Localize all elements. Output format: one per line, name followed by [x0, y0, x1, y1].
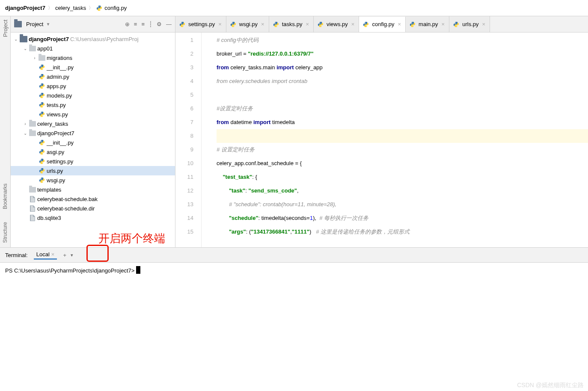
expand-icon[interactable]: ≡ — [134, 21, 137, 27]
terminal-panel: Terminal: Local × + ▾ PS C:\Users\asus\P… — [0, 247, 588, 391]
tree-item[interactable]: settings.py — [11, 157, 175, 166]
tree-item[interactable]: ›migrations — [11, 53, 175, 62]
collapse-icon[interactable]: ≡ — [141, 21, 145, 27]
code-line[interactable]: # config中的代码 — [217, 33, 588, 47]
tree-item[interactable]: tests.py — [11, 100, 175, 110]
tree-item[interactable]: __init__.py — [11, 138, 175, 147]
code-line[interactable]: celery_app.conf.beat_schedule = { — [217, 157, 588, 170]
tree-item[interactable]: templates — [11, 185, 175, 194]
editor-tab[interactable]: urls.py× — [449, 16, 490, 32]
editor-tab[interactable]: tasks.py× — [269, 16, 314, 32]
project-panel: Project ▼ ⊕ ≡ ≡ ┆ ⚙ — ⌄djangoProject7 C:… — [11, 16, 175, 247]
bar-icon[interactable]: ┆ — [149, 21, 152, 27]
code-line[interactable] — [217, 129, 588, 143]
code-line[interactable]: # "schedule": crontab(hour=11, minute=28… — [217, 198, 588, 211]
file-icon — [29, 214, 36, 221]
code-line[interactable]: "test_task": { — [217, 170, 588, 184]
code-line[interactable]: from celery.schedules import crontab — [217, 74, 588, 88]
editor-tab[interactable]: settings.py× — [175, 16, 226, 32]
close-icon[interactable]: × — [481, 21, 487, 27]
close-icon[interactable]: × — [260, 21, 265, 27]
close-icon[interactable]: × — [397, 21, 402, 27]
tree-item[interactable]: views.py — [11, 110, 175, 119]
python-icon — [230, 21, 237, 28]
editor: settings.py×wsgi.py×tasks.py×views.py×co… — [175, 16, 588, 247]
breadcrumb-item[interactable]: djangoProject7 — [5, 5, 45, 11]
twistie-icon[interactable]: ⌄ — [23, 131, 28, 136]
code-line[interactable]: #设置定时任务 — [217, 102, 588, 116]
code-line[interactable]: # 设置定时任务 — [217, 143, 588, 157]
tree-item[interactable]: asgi.py — [11, 147, 175, 157]
tree-item[interactable]: ›celery_tasks — [11, 119, 175, 128]
annotation-box — [86, 245, 109, 262]
terminal-dropdown[interactable]: ▾ — [71, 252, 73, 258]
svg-point-14 — [41, 140, 42, 141]
chevron-down-icon[interactable]: ▼ — [46, 22, 50, 27]
tree-item[interactable]: celerybeat-schedule.dir — [11, 204, 175, 213]
close-icon[interactable]: × — [350, 21, 356, 27]
locate-icon[interactable]: ⊕ — [125, 21, 130, 27]
tree-item[interactable]: ⌄djangoProject7 — [11, 128, 175, 138]
tree-label: wsgi.py — [47, 177, 65, 184]
tree-item[interactable]: ⌄app01 — [11, 44, 175, 53]
tree-item[interactable]: celerybeat-schedule.bak — [11, 194, 175, 204]
tab-label: wsgi.py — [239, 21, 258, 27]
project-header: Project ▼ ⊕ ≡ ≡ ┆ ⚙ — — [11, 16, 175, 33]
code-area[interactable]: 123456789101112131415 # config中的代码broker… — [175, 33, 588, 247]
tree-label: views.py — [47, 111, 68, 118]
twistie-icon[interactable]: ⌄ — [23, 46, 28, 51]
close-icon[interactable]: × — [217, 21, 223, 27]
breadcrumb-item[interactable]: celery_tasks — [55, 5, 86, 11]
tree-label: celerybeat-schedule.dir — [37, 205, 95, 212]
terminal-tab[interactable]: Local × — [34, 250, 57, 260]
project-tree[interactable]: ⌄djangoProject7 C:\Users\asus\PycharmPro… — [11, 33, 175, 247]
tree-label: __init__.py — [47, 64, 74, 71]
tool-bookmarks[interactable]: Bookmarks — [2, 184, 8, 209]
tool-project[interactable]: Project — [2, 20, 9, 37]
code-line[interactable] — [217, 88, 588, 102]
tree-item[interactable]: __init__.py — [11, 62, 175, 72]
tool-structure[interactable]: Structure — [2, 222, 8, 243]
tree-item[interactable]: ⌄djangoProject7 C:\Users\asus\PycharmPro… — [11, 34, 175, 44]
svg-point-21 — [42, 172, 43, 173]
close-icon[interactable]: × — [441, 21, 446, 27]
tree-item[interactable]: db.sqlite3 — [11, 213, 175, 222]
tree-item[interactable]: admin.py — [11, 72, 175, 81]
tab-label: views.py — [327, 21, 348, 27]
close-icon[interactable]: × — [51, 251, 55, 258]
svg-point-28 — [275, 22, 275, 22]
python-icon — [39, 73, 45, 80]
tree-item[interactable]: urls.py — [11, 166, 175, 175]
breadcrumb-item[interactable]: config.py — [96, 5, 127, 12]
editor-tab[interactable]: views.py× — [314, 16, 359, 32]
twistie-icon[interactable]: › — [32, 56, 37, 60]
editor-tab[interactable]: config.py× — [359, 17, 406, 33]
code-line[interactable]: from celery_tasks.main import celery_app — [217, 61, 588, 74]
svg-point-25 — [183, 26, 183, 26]
code[interactable]: # config中的代码broker_url = "redis://127.0.… — [202, 33, 588, 247]
gear-icon[interactable]: ⚙ — [157, 21, 162, 27]
project-title[interactable]: Project — [26, 21, 43, 27]
code-line[interactable]: "schedule": timedelta(seconds=1), # 每秒执行… — [217, 211, 588, 225]
tree-item[interactable]: models.py — [11, 91, 175, 100]
svg-point-35 — [413, 26, 413, 26]
python-icon — [39, 148, 45, 155]
editor-tab[interactable]: wsgi.py× — [226, 16, 269, 32]
add-terminal-button[interactable]: + — [63, 252, 66, 258]
code-line[interactable]: "task": "send_sms_code", — [217, 184, 588, 198]
tree-item[interactable]: apps.py — [11, 81, 175, 91]
file-icon — [29, 205, 36, 212]
folder-icon — [20, 36, 27, 42]
editor-tab[interactable]: main.py× — [406, 16, 449, 32]
twistie-icon[interactable]: › — [23, 121, 28, 126]
tree-label: urls.py — [47, 168, 63, 174]
twistie-icon[interactable]: ⌄ — [13, 37, 18, 41]
tree-item[interactable]: wsgi.py — [11, 175, 175, 185]
close-icon[interactable]: × — [305, 21, 310, 27]
folder-icon — [14, 21, 22, 27]
terminal-body[interactable]: PS C:\Users\asus\PycharmProjects\djangoP… — [0, 263, 588, 391]
code-line[interactable]: "args": ("13417366841","1111") # 这里是传递给任… — [217, 225, 588, 239]
hide-icon[interactable]: — — [166, 21, 172, 27]
code-line[interactable]: broker_url = "redis://127.0.0.1:6379/7" — [217, 47, 588, 61]
code-line[interactable]: from datetime import timedelta — [217, 116, 588, 129]
